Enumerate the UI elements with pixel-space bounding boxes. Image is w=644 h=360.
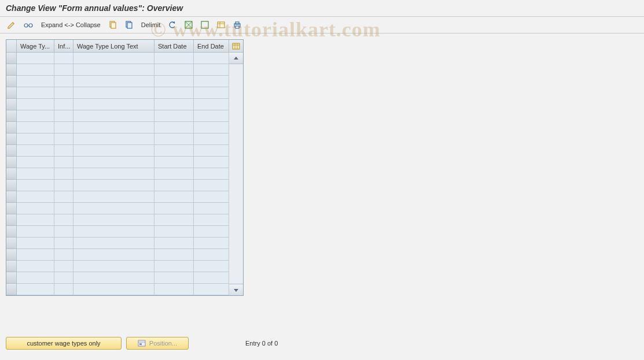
cell[interactable] [73,122,154,133]
cell[interactable] [154,249,194,261]
row-selector[interactable] [6,157,17,168]
vertical-scrollbar[interactable] [229,53,243,295]
cell[interactable] [73,99,154,110]
cell[interactable] [17,76,54,87]
cell[interactable] [73,145,154,157]
cell[interactable] [73,168,154,180]
cell[interactable] [54,203,73,214]
cell[interactable] [73,214,154,226]
cell[interactable] [73,249,154,261]
cell[interactable] [17,157,54,168]
row-selector[interactable] [6,203,17,214]
cell[interactable] [54,180,73,191]
cell[interactable] [154,64,194,76]
cell[interactable] [73,284,154,295]
cell[interactable] [54,53,73,64]
cell[interactable] [17,191,54,203]
row-selector[interactable] [6,168,17,180]
cell[interactable] [54,87,73,99]
cell[interactable] [54,272,73,284]
cell[interactable] [194,122,229,133]
cell[interactable] [17,226,54,237]
cell[interactable] [194,272,229,284]
cell[interactable] [194,214,229,226]
cell[interactable] [154,272,194,284]
cell[interactable] [194,133,229,145]
table-row[interactable] [6,249,229,261]
cell[interactable] [54,226,73,237]
cell[interactable] [17,168,54,180]
cell[interactable] [73,272,154,284]
cell[interactable] [54,261,73,272]
table-row[interactable] [6,272,229,284]
table-row[interactable] [6,53,229,64]
table-row[interactable] [6,180,229,191]
table-row[interactable] [6,203,229,214]
cell[interactable] [73,203,154,214]
cell[interactable] [17,133,54,145]
undo-icon[interactable] [165,19,179,31]
cell[interactable] [154,87,194,99]
cell[interactable] [17,64,54,76]
cell[interactable] [154,99,194,110]
row-selector[interactable] [6,214,17,226]
table-row[interactable] [6,237,229,249]
scroll-track[interactable] [229,64,243,284]
cell[interactable] [17,145,54,157]
scroll-down-icon[interactable] [229,284,243,295]
delimit-button[interactable]: Delimit [138,19,164,31]
cell[interactable] [154,214,194,226]
cell[interactable] [73,64,154,76]
table-row[interactable] [6,99,229,110]
cell[interactable] [154,180,194,191]
cell[interactable] [73,191,154,203]
customer-wage-types-only-button[interactable]: customer wage types only [6,337,122,350]
cell[interactable] [54,214,73,226]
change-icon[interactable] [5,19,19,31]
table-row[interactable] [6,157,229,168]
copy-icon[interactable] [106,19,120,31]
table-row[interactable] [6,261,229,272]
col-header-wagetype[interactable]: Wage Ty... [17,40,54,53]
cell[interactable] [194,237,229,249]
cell[interactable] [54,110,73,122]
cell[interactable] [194,110,229,122]
row-selector[interactable] [6,76,17,87]
cell[interactable] [17,272,54,284]
row-selector[interactable] [6,272,17,284]
row-selector[interactable] [6,180,17,191]
row-selector[interactable] [6,99,17,110]
cell[interactable] [154,133,194,145]
cell[interactable] [73,76,154,87]
cell[interactable] [154,168,194,180]
cell[interactable] [17,110,54,122]
row-selector[interactable] [6,53,17,64]
cell[interactable] [154,157,194,168]
cell[interactable] [194,145,229,157]
print-icon[interactable] [230,19,244,31]
select-all-icon[interactable] [182,19,196,31]
expand-collapse-button[interactable]: Expand <-> Collapse [38,19,104,31]
cell[interactable] [154,122,194,133]
cell[interactable] [194,87,229,99]
cell[interactable] [54,237,73,249]
cell[interactable] [73,110,154,122]
deselect-all-icon[interactable] [198,19,212,31]
cell[interactable] [54,99,73,110]
row-selector[interactable] [6,284,17,295]
row-selector[interactable] [6,249,17,261]
cell[interactable] [73,157,154,168]
cell[interactable] [17,203,54,214]
cell[interactable] [194,203,229,214]
cell[interactable] [194,261,229,272]
row-selector[interactable] [6,226,17,237]
table-row[interactable] [6,214,229,226]
cell[interactable] [73,226,154,237]
cell[interactable] [194,76,229,87]
row-selector[interactable] [6,110,17,122]
cell[interactable] [154,191,194,203]
col-header-enddate[interactable]: End Date [194,40,229,53]
cell[interactable] [154,145,194,157]
row-selector[interactable] [6,191,17,203]
cell[interactable] [17,180,54,191]
